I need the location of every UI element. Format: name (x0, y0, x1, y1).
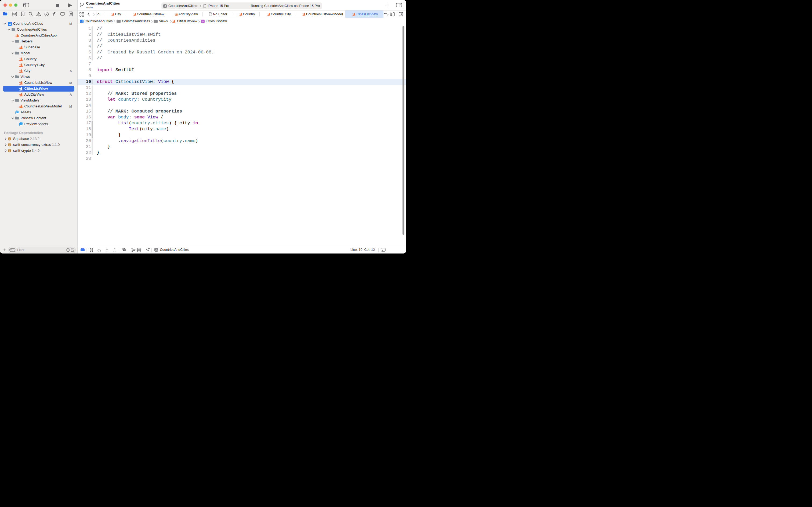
svg-text:S: S (202, 19, 204, 22)
